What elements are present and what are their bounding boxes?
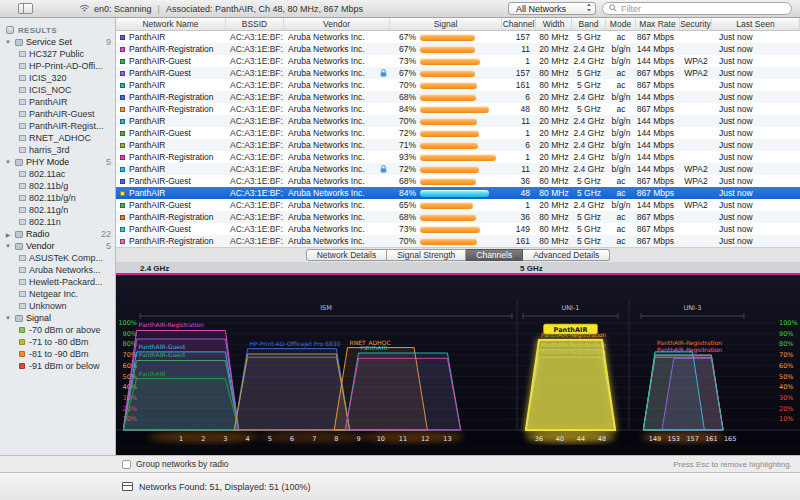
column-header-mode[interactable]: Mode [606, 18, 636, 30]
sidebar-item-hp-print-ad-offi[interactable]: HP-Print-AD-Offi... [0, 60, 115, 72]
sidebar-item-unknown[interactable]: Unknown [0, 300, 115, 312]
x-channel-label: 11 [399, 435, 407, 443]
channels-chart-panel: 100%100%90%90%80%80%70%70%60%60%50%50%40… [116, 275, 800, 455]
table-row[interactable]: PanthAIR-GuestAC:A3:1E:BF:...Aruba Netwo… [116, 223, 800, 235]
table-row[interactable]: PanthAIR-RegistrationAC:A3:1E:BF:...Arub… [116, 211, 800, 223]
group-icon [15, 315, 23, 322]
cell-width: 80 MHz [536, 175, 572, 187]
cell-signal: 84% [390, 187, 502, 199]
column-header-width[interactable]: Width [536, 18, 572, 30]
sidebar-item-icis-320[interactable]: ICIS_320 [0, 72, 115, 84]
chart-network-curve-panthair[interactable] [123, 379, 238, 430]
table-row[interactable]: PanthAIRAC:A3:1E:BF:...Aruba Networks In… [116, 115, 800, 127]
sidebar-item-802-11ac[interactable]: 802.11ac [0, 168, 115, 180]
tab-signal-strength[interactable]: Signal Strength [387, 249, 466, 261]
sidebar-item-netgear-inc[interactable]: Netgear Inc. [0, 288, 115, 300]
column-header-vendor[interactable]: Vendor [284, 18, 390, 30]
cell-width: 20 MHz [536, 91, 572, 103]
table-row[interactable]: PanthAIR-GuestAC:A3:1E:BF:...Aruba Netwo… [116, 55, 800, 67]
sidebar-item-panthair[interactable]: PanthAIR [0, 96, 115, 108]
tab-channels[interactable]: Channels [466, 249, 523, 261]
disclosure-triangle[interactable]: ▼ [4, 243, 12, 249]
column-header-channel[interactable]: Channel [502, 18, 536, 30]
sidebar-item-hc327-public[interactable]: HC327 Public [0, 48, 115, 60]
table-row[interactable]: PanthAIRAC:A3:1E:BF:...Aruba Networks In… [116, 139, 800, 151]
column-header-security[interactable]: Security [680, 18, 712, 30]
cell-security [680, 187, 712, 199]
chart-network-curve-panthair[interactable] [643, 355, 723, 430]
table-row[interactable]: PanthAIRAC:A3:1E:BF:...Aruba Networks In… [116, 79, 800, 91]
disclosure-triangle[interactable]: ▼ [4, 159, 12, 165]
disclosure-triangle[interactable]: ▶ [4, 231, 12, 238]
sidebar-item-802-11b-g[interactable]: 802.11b/g [0, 180, 115, 192]
item-label: ICIS_NOC [29, 85, 72, 95]
sidebar-item-802-11n[interactable]: 802.11n [0, 216, 115, 228]
disclosure-triangle[interactable]: ▼ [4, 315, 12, 321]
table-row[interactable]: PanthAIR-GuestAC:A3:1E:BF:...Aruba Netwo… [116, 127, 800, 139]
disclosure-triangle[interactable]: ▼ [4, 39, 12, 45]
sidebar-item-802-11g-n[interactable]: 802.11g/n [0, 204, 115, 216]
sidebar-item-rnet-adhoc[interactable]: RNET_ADHOC [0, 132, 115, 144]
network-color-chip [120, 203, 125, 208]
sidebar-group-phy-mode[interactable]: ▼PHY Mode5 [0, 156, 115, 168]
table-row[interactable]: PanthAIRAC:A3:1E:BF:...Aruba Networks In… [116, 163, 800, 175]
column-header-signal[interactable]: Signal [390, 18, 502, 30]
cell-mode: b/g/n [606, 199, 636, 211]
cell-vendor: Aruba Networks Inc. [284, 175, 390, 187]
column-header-bssid[interactable]: BSSID [226, 18, 284, 30]
cell-bssid: AC:A3:1E:BF:... [226, 211, 284, 223]
table-row[interactable]: PanthAIR-RegistrationAC:A3:1E:BF:...Arub… [116, 91, 800, 103]
cell-last-seen: Just now [712, 223, 800, 235]
sidebar-item-hewlett-packard[interactable]: Hewlett-Packard... [0, 276, 115, 288]
network-color-chip [120, 215, 125, 220]
sidebar-group-service-set[interactable]: ▼Service Set9 [0, 36, 115, 48]
sidebar-item-panthair-guest[interactable]: PanthAIR-Guest [0, 108, 115, 120]
networks-found-status: Networks Found: 51, Displayed: 51 (100%) [139, 482, 311, 492]
sidebar-item-802-11b-g-n[interactable]: 802.11b/g/n [0, 192, 115, 204]
sidebar-toggle-button[interactable] [18, 3, 33, 14]
sidebar-item-asustek-comp[interactable]: ASUSTeK Comp... [0, 252, 115, 264]
cell-mode: b/g/n [606, 127, 636, 139]
tab-network-details[interactable]: Network Details [306, 249, 388, 261]
cell-band: 5 GHz [572, 187, 606, 199]
filter-field[interactable] [602, 2, 792, 15]
sidebar-item-panthair-regist[interactable]: PanthAIR-Regist... [0, 120, 115, 132]
table-row[interactable]: PanthAIR-GuestAC:A3:1E:BF:...Aruba Netwo… [116, 199, 800, 211]
cell-max-rate: 144 Mbps [636, 115, 680, 127]
table-row[interactable]: PanthAIR-GuestAC:A3:1E:BF:...Aruba Netwo… [116, 67, 800, 79]
table-row[interactable]: PanthAIR-RegistrationAC:A3:1E:BF:...Arub… [116, 103, 800, 115]
signal-legend-item: -81 to -90 dBm [0, 348, 115, 360]
table-row[interactable]: PanthAIR-GuestAC:A3:1E:BF:...Aruba Netwo… [116, 175, 800, 187]
filter-input[interactable] [621, 4, 785, 14]
sidebar-item-icis-noc[interactable]: ICIS_NOC [0, 84, 115, 96]
cell-mode: ac [606, 103, 636, 115]
table-row[interactable]: PanthAIRAC:A3:1E:BF:...Aruba Networks In… [116, 187, 800, 199]
cell-network-name: PanthAIR-Registration [116, 91, 226, 103]
column-header-band[interactable]: Band [572, 18, 606, 30]
chart-network-curve-panthair-registration[interactable] [345, 358, 460, 430]
cell-security: WPA2 [680, 55, 712, 67]
group-by-radio-checkbox[interactable] [122, 460, 131, 469]
signal-bar [420, 142, 478, 149]
cell-channel: 36 [502, 211, 536, 223]
table-row[interactable]: PanthAIR-RegistrationAC:A3:1E:BF:...Arub… [116, 151, 800, 163]
chart-network-curve-panthair[interactable] [234, 354, 349, 430]
sidebar-item-harris-3rd[interactable]: harris_3rd [0, 144, 115, 156]
table-row[interactable]: PanthAIR-RegistrationAC:A3:1E:BF:...Arub… [116, 235, 800, 247]
table-row[interactable]: PanthAIR-RegistrationAC:A3:1E:BF:...Arub… [116, 43, 800, 55]
item-label: PanthAIR [29, 97, 68, 107]
column-header-last-seen[interactable]: Last Seen [712, 18, 800, 30]
chart-network-curve-panthair[interactable] [526, 340, 615, 430]
tab-advanced-details[interactable]: Advanced Details [523, 249, 610, 261]
cell-max-rate: 867 Mbps [636, 67, 680, 79]
sidebar-group-radio[interactable]: ▶Radio22 [0, 228, 115, 240]
sidebar-group-signal[interactable]: ▼Signal [0, 312, 115, 324]
network-scope-dropdown[interactable]: All Networks [508, 2, 596, 15]
table-row[interactable]: PanthAIRAC:A3:1E:BF:...Aruba Networks In… [116, 31, 800, 43]
column-header-network-name[interactable]: Network Name [116, 18, 226, 30]
column-header-max-rate[interactable]: Max Rate [636, 18, 680, 30]
sidebar-group-vendor[interactable]: ▼Vendor5 [0, 240, 115, 252]
signal-bar [420, 130, 479, 137]
cell-width: 20 MHz [536, 115, 572, 127]
sidebar-item-aruba-networks[interactable]: Aruba Networks... [0, 264, 115, 276]
